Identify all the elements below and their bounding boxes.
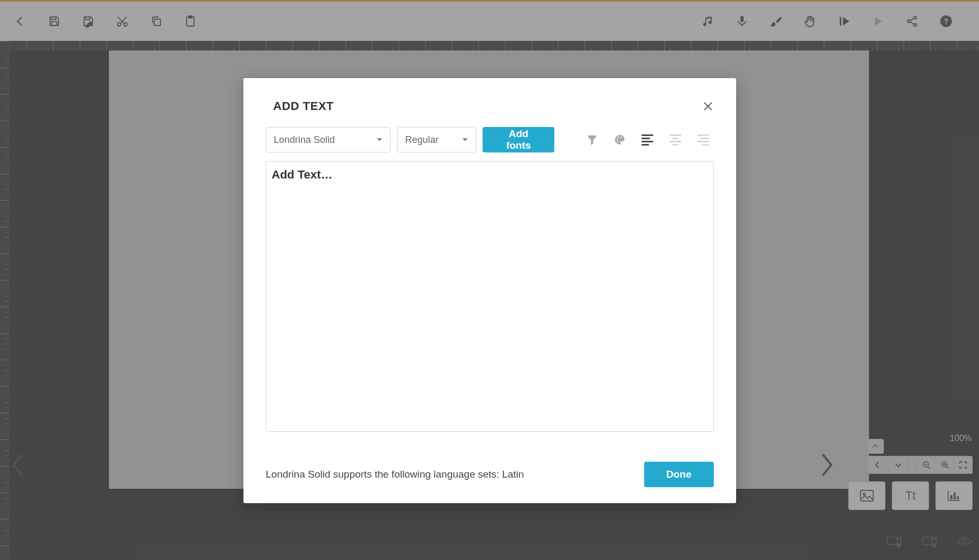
main-toolbar: ? bbox=[0, 2, 979, 41]
play-icon[interactable] bbox=[867, 11, 889, 32]
svg-rect-1 bbox=[52, 22, 57, 26]
svg-rect-29 bbox=[953, 493, 956, 499]
svg-rect-30 bbox=[957, 496, 959, 499]
svg-marker-40 bbox=[462, 138, 468, 141]
svg-marker-11 bbox=[875, 17, 882, 26]
insert-text-label: Tt bbox=[905, 489, 916, 503]
prev-slide-button[interactable] bbox=[10, 452, 27, 478]
chevron-down-icon bbox=[462, 134, 468, 146]
insert-image-button[interactable] bbox=[848, 481, 885, 510]
svg-point-36 bbox=[963, 539, 967, 544]
paste-icon[interactable] bbox=[180, 11, 201, 32]
add-fonts-button[interactable]: Add fonts bbox=[483, 127, 554, 152]
text-input-area[interactable]: Add Text… bbox=[266, 161, 714, 432]
save-as-icon[interactable] bbox=[78, 11, 99, 32]
insert-action-buttons: Tt bbox=[848, 481, 973, 510]
align-center-icon[interactable] bbox=[668, 132, 683, 148]
save-icon[interactable] bbox=[44, 11, 65, 32]
svg-rect-8 bbox=[740, 16, 744, 22]
svg-line-18 bbox=[928, 466, 930, 469]
text-placeholder: Add Text… bbox=[272, 168, 708, 182]
chevron-down-icon bbox=[376, 134, 383, 146]
svg-line-21 bbox=[947, 466, 949, 469]
svg-marker-41 bbox=[587, 135, 597, 145]
svg-rect-9 bbox=[840, 17, 841, 26]
font-support-text: Londrina Solid supports the following la… bbox=[266, 469, 524, 480]
svg-rect-2 bbox=[86, 17, 90, 20]
svg-point-43 bbox=[618, 137, 620, 138]
svg-marker-39 bbox=[377, 138, 382, 141]
hand-icon[interactable] bbox=[799, 11, 821, 32]
svg-rect-24 bbox=[860, 490, 873, 501]
font-family-dropdown[interactable]: Londrina Solid bbox=[266, 127, 391, 152]
video-delete-icon[interactable] bbox=[922, 534, 938, 548]
panel-collapse-toggle[interactable] bbox=[867, 439, 884, 454]
back-icon[interactable] bbox=[10, 11, 31, 32]
svg-point-3 bbox=[117, 23, 121, 26]
svg-rect-31 bbox=[888, 537, 897, 545]
mic-icon[interactable] bbox=[731, 11, 753, 32]
video-action-icons bbox=[887, 534, 973, 548]
done-label: Done bbox=[666, 469, 692, 480]
svg-rect-0 bbox=[52, 17, 56, 20]
zoom-in-button[interactable] bbox=[936, 456, 955, 473]
vertical-ruler bbox=[0, 41, 10, 560]
share-icon[interactable] bbox=[901, 11, 923, 32]
zoom-out-button[interactable] bbox=[917, 456, 936, 473]
done-button[interactable]: Done bbox=[644, 462, 714, 487]
svg-point-44 bbox=[621, 137, 622, 138]
svg-point-42 bbox=[617, 139, 618, 140]
font-controls-row: Londrina Solid Regular Add fonts bbox=[266, 127, 714, 152]
svg-rect-33 bbox=[923, 537, 932, 545]
close-icon[interactable] bbox=[702, 100, 714, 112]
svg-text:?: ? bbox=[944, 17, 949, 26]
svg-point-25 bbox=[863, 493, 865, 495]
filter-icon[interactable] bbox=[585, 132, 600, 148]
nav-prev-button[interactable] bbox=[867, 456, 888, 473]
svg-rect-5 bbox=[154, 19, 161, 26]
music-icon[interactable] bbox=[697, 11, 719, 32]
horizontal-ruler bbox=[0, 41, 979, 50]
font-style-dropdown[interactable]: Regular bbox=[397, 127, 476, 152]
align-left-icon[interactable] bbox=[640, 132, 655, 148]
svg-point-32 bbox=[897, 544, 901, 548]
fit-screen-button[interactable] bbox=[954, 456, 972, 473]
copy-icon[interactable] bbox=[146, 11, 167, 32]
preview-eye-icon[interactable] bbox=[957, 534, 973, 548]
modal-footer: Londrina Solid supports the following la… bbox=[266, 446, 714, 487]
brush-icon[interactable] bbox=[765, 11, 787, 32]
zoom-percent-label: 100% bbox=[950, 434, 972, 443]
insert-text-button[interactable]: Tt bbox=[892, 481, 929, 510]
cut-icon[interactable] bbox=[112, 11, 133, 32]
align-right-icon[interactable] bbox=[696, 132, 711, 148]
modal-header: ADD TEXT bbox=[266, 99, 714, 113]
play-from-icon[interactable] bbox=[833, 11, 855, 32]
nav-down-button[interactable] bbox=[888, 456, 909, 473]
zoom-pane bbox=[917, 456, 973, 474]
svg-rect-28 bbox=[950, 495, 952, 499]
font-style-value: Regular bbox=[405, 134, 438, 146]
svg-point-45 bbox=[617, 141, 619, 142]
modal-title: ADD TEXT bbox=[273, 99, 334, 113]
insert-chart-button[interactable] bbox=[935, 481, 973, 510]
video-record-icon[interactable] bbox=[887, 534, 902, 548]
svg-point-4 bbox=[124, 23, 127, 26]
add-text-modal: ADD TEXT Londrina Solid Regular Add font… bbox=[243, 78, 736, 503]
help-icon[interactable]: ? bbox=[935, 11, 957, 32]
color-palette-icon[interactable] bbox=[612, 132, 627, 148]
svg-marker-10 bbox=[843, 17, 849, 26]
add-fonts-label: Add fonts bbox=[496, 128, 541, 151]
next-slide-button[interactable] bbox=[818, 452, 835, 478]
font-family-value: Londrina Solid bbox=[274, 134, 335, 146]
